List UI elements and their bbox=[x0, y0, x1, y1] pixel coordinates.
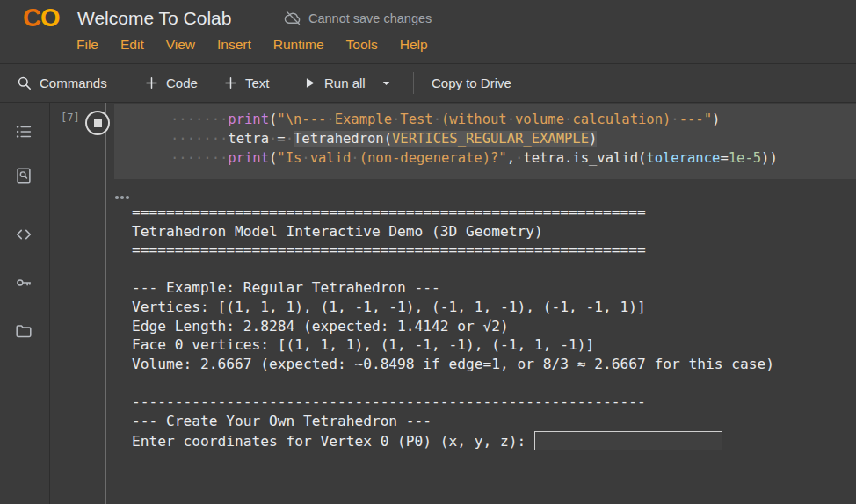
play-icon bbox=[302, 76, 317, 90]
secrets-key-icon[interactable] bbox=[14, 273, 33, 292]
commands-label: Commands bbox=[40, 76, 107, 90]
menu-runtime[interactable]: Runtime bbox=[273, 37, 324, 53]
menu-file[interactable]: File bbox=[76, 37, 98, 53]
plus-icon bbox=[223, 76, 238, 90]
stdin-prompt-row: Enter coordinates for Vertex 0 (P0) (x, … bbox=[132, 431, 722, 450]
menu-insert[interactable]: Insert bbox=[217, 37, 251, 53]
selected-cell-border bbox=[105, 103, 106, 504]
toolbar: Commands Code Text Run all Copy to bbox=[0, 64, 856, 102]
table-of-contents-icon[interactable] bbox=[14, 122, 33, 141]
left-sidebar bbox=[0, 103, 49, 504]
toolbar-divider-bottom bbox=[0, 102, 856, 103]
menubar: File Edit View Insert Runtime Tools Help bbox=[76, 37, 428, 53]
stdin-prompt-label: Enter coordinates for Vertex 0 (P0) (x, … bbox=[132, 433, 526, 450]
chevron-down-icon[interactable] bbox=[380, 76, 393, 90]
logo-letter: C bbox=[23, 4, 40, 32]
menu-tools[interactable]: Tools bbox=[346, 37, 378, 53]
search-icon bbox=[16, 75, 33, 91]
code-snippets-icon[interactable] bbox=[14, 225, 33, 244]
add-text-button[interactable]: Text bbox=[223, 64, 270, 102]
header: CO Welcome To Colab Cannot save changes … bbox=[0, 0, 856, 63]
add-text-label: Text bbox=[245, 76, 270, 90]
menu-edit[interactable]: Edit bbox=[120, 37, 144, 53]
stop-icon bbox=[94, 119, 102, 127]
save-status[interactable]: Cannot save changes bbox=[284, 9, 432, 27]
run-all-button[interactable]: Run all bbox=[302, 64, 393, 102]
add-code-button[interactable]: Code bbox=[144, 64, 198, 102]
plus-icon bbox=[144, 76, 159, 90]
stdin-input[interactable] bbox=[534, 431, 722, 450]
stop-cell-button[interactable] bbox=[85, 111, 110, 135]
copy-to-drive-label: Copy to Drive bbox=[432, 76, 511, 90]
copy-to-drive-button[interactable]: Copy to Drive bbox=[432, 64, 511, 102]
sidebar-divider bbox=[49, 103, 50, 504]
find-and-replace-icon[interactable] bbox=[14, 166, 33, 185]
commands-button[interactable]: Commands bbox=[16, 64, 107, 102]
menu-help[interactable]: Help bbox=[400, 37, 428, 53]
colab-app: CO Welcome To Colab Cannot save changes … bbox=[0, 0, 856, 504]
code-line: ·······print("Is·valid·(non-degenerate)?… bbox=[170, 148, 856, 168]
code-editor[interactable]: ·······print("\n---·Example·Test·(withou… bbox=[114, 104, 856, 179]
add-code-label: Code bbox=[166, 76, 198, 90]
toolbar-divider bbox=[413, 72, 414, 94]
colab-logo[interactable]: CO bbox=[23, 4, 60, 32]
logo-letter: O bbox=[40, 4, 60, 32]
code-line: ·······tetra·=·Tetrahedron(VERTICES_REGU… bbox=[170, 129, 856, 148]
files-folder-icon[interactable] bbox=[14, 321, 33, 341]
output-options-icon[interactable] bbox=[115, 196, 129, 199]
save-status-label: Cannot save changes bbox=[308, 11, 432, 25]
cell-output-text: ========================================… bbox=[132, 203, 774, 430]
run-all-label: Run all bbox=[324, 76, 366, 90]
menu-view[interactable]: View bbox=[166, 37, 195, 53]
cloud-off-icon bbox=[284, 9, 302, 27]
notebook-title[interactable]: Welcome To Colab bbox=[77, 8, 231, 29]
execution-count: [7] bbox=[61, 112, 80, 124]
code-line: ·······print("\n---·Example·Test·(withou… bbox=[170, 110, 856, 129]
